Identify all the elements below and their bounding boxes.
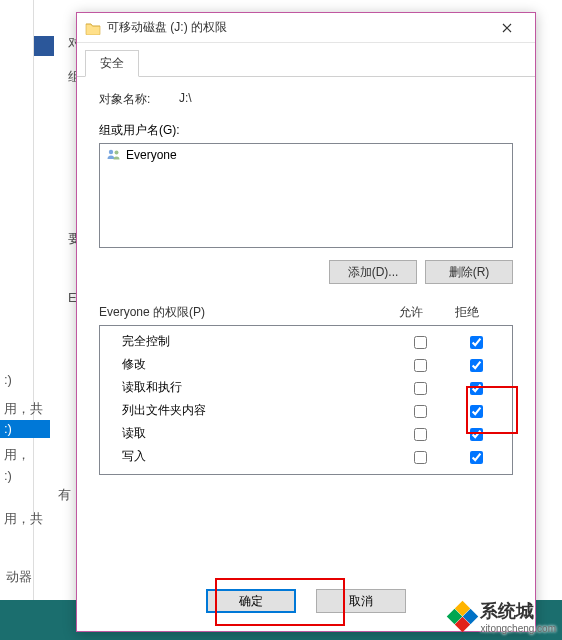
users-icon	[106, 147, 122, 163]
allow-cell	[392, 334, 448, 348]
titlebar: 可移动磁盘 (J:) 的权限	[77, 13, 535, 43]
object-name-label: 对象名称:	[99, 91, 179, 108]
permission-name: 读取	[122, 425, 392, 442]
deny-cell	[448, 449, 504, 463]
deny-checkbox[interactable]	[470, 382, 483, 395]
deny-checkbox[interactable]	[470, 405, 483, 418]
close-icon	[502, 23, 512, 33]
principal-buttons: 添加(D)... 删除(R)	[99, 260, 513, 284]
allow-checkbox[interactable]	[414, 336, 427, 349]
add-button[interactable]: 添加(D)...	[329, 260, 417, 284]
watermark: 系统城 xitongcheng.com	[450, 599, 556, 634]
allow-checkbox[interactable]	[414, 451, 427, 464]
watermark-logo-icon	[450, 604, 476, 630]
bg-left-strip	[0, 0, 34, 640]
permission-name: 列出文件夹内容	[122, 402, 392, 419]
group-users-label: 组或用户名(G):	[99, 122, 513, 139]
principal-name: Everyone	[126, 148, 177, 162]
permissions-for-label: Everyone 的权限(P)	[99, 304, 383, 321]
deny-checkbox[interactable]	[470, 428, 483, 441]
permission-name: 完全控制	[122, 333, 392, 350]
bg-text: 有	[58, 486, 71, 504]
allow-checkbox[interactable]	[414, 428, 427, 441]
permission-row: 读取和执行	[100, 376, 512, 399]
bg-text: 用，	[4, 446, 30, 464]
permission-row: 写入	[100, 445, 512, 468]
permission-row: 修改	[100, 353, 512, 376]
deny-cell	[448, 426, 504, 440]
allow-cell	[392, 357, 448, 371]
bg-text: 用，共	[4, 400, 43, 418]
permissions-dialog: 可移动磁盘 (J:) 的权限 安全 对象名称: J:\ 组或用户名(G):	[76, 12, 536, 632]
bg-text: 动器	[6, 568, 32, 586]
allow-checkbox[interactable]	[414, 359, 427, 372]
col-deny: 拒绝	[439, 304, 495, 321]
folder-icon	[85, 21, 101, 35]
allow-cell	[392, 426, 448, 440]
permission-name: 读取和执行	[122, 379, 392, 396]
allow-checkbox[interactable]	[414, 405, 427, 418]
allow-cell	[392, 403, 448, 417]
deny-cell	[448, 380, 504, 394]
deny-checkbox[interactable]	[470, 336, 483, 349]
principal-item[interactable]: Everyone	[102, 146, 510, 164]
tab-strip: 安全	[77, 43, 535, 77]
permission-name: 写入	[122, 448, 392, 465]
allow-cell	[392, 380, 448, 394]
permission-row: 完全控制	[100, 330, 512, 353]
svg-point-1	[115, 151, 119, 155]
permissions-header: Everyone 的权限(P) 允许 拒绝	[99, 304, 513, 321]
bg-text: :)	[4, 372, 12, 387]
svg-point-0	[109, 150, 113, 154]
deny-checkbox[interactable]	[470, 359, 483, 372]
bg-text: :)	[4, 468, 12, 483]
allow-checkbox[interactable]	[414, 382, 427, 395]
remove-button[interactable]: 删除(R)	[425, 260, 513, 284]
permission-name: 修改	[122, 356, 392, 373]
deny-cell	[448, 334, 504, 348]
permission-row: 读取	[100, 422, 512, 445]
col-allow: 允许	[383, 304, 439, 321]
permission-row: 列出文件夹内容	[100, 399, 512, 422]
principals-listbox[interactable]: Everyone	[99, 143, 513, 248]
tab-security[interactable]: 安全	[85, 50, 139, 77]
close-button[interactable]	[487, 14, 527, 42]
bg-text: 用，共	[4, 510, 43, 528]
ok-button[interactable]: 确定	[206, 589, 296, 613]
allow-cell	[392, 449, 448, 463]
cancel-button[interactable]: 取消	[316, 589, 406, 613]
watermark-url: xitongcheng.com	[480, 623, 556, 634]
deny-cell	[448, 403, 504, 417]
permissions-list[interactable]: 完全控制修改读取和执行列出文件夹内容读取写入	[99, 325, 513, 475]
dialog-title: 可移动磁盘 (J:) 的权限	[107, 19, 487, 36]
dialog-content: 对象名称: J:\ 组或用户名(G): Everyone 添加(D)... 删除…	[77, 77, 535, 575]
deny-checkbox[interactable]	[470, 451, 483, 464]
object-name-row: 对象名称: J:\	[99, 91, 513, 108]
object-name-value: J:\	[179, 91, 192, 108]
watermark-text: 系统城	[480, 601, 534, 621]
bg-text: :)	[4, 421, 12, 436]
deny-cell	[448, 357, 504, 371]
bg-blue-icon	[34, 36, 54, 56]
